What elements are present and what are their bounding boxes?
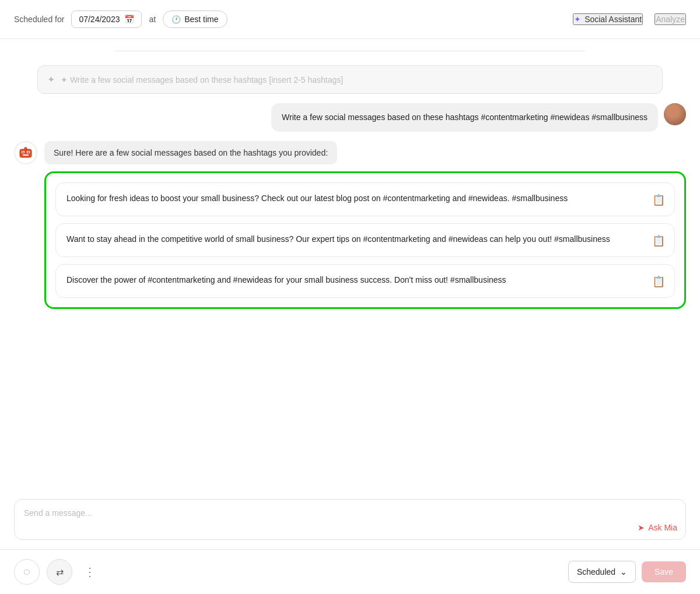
ask-mia-button[interactable]: ➤ Ask Mia	[638, 523, 677, 532]
copy-icon-2[interactable]: 📋	[652, 234, 665, 247]
sparkle-icon: ✦	[574, 15, 581, 24]
scheduled-label: Scheduled	[577, 567, 615, 577]
more-options-button[interactable]: ⋮	[79, 563, 100, 581]
prompt-input-area[interactable]: ✦ ✦ Write a few social messages based on…	[37, 65, 663, 94]
ask-mia-label: Ask Mia	[648, 523, 677, 532]
svg-rect-0	[20, 149, 32, 157]
message-card-1[interactable]: Looking for fresh ideas to boost your sm…	[55, 182, 675, 216]
send-icon: ➤	[638, 523, 645, 532]
message-input-placeholder: Send a message...	[24, 508, 92, 518]
top-bar: Scheduled for 07/24/2023 📅 at 🕐 Best tim…	[0, 0, 700, 39]
ai-message-content: Sure! Here are a few social messages bas…	[44, 141, 686, 309]
message-card-3[interactable]: Discover the power of #contentmarketing …	[55, 264, 675, 298]
date-picker[interactable]: 07/24/2023 📅	[71, 10, 142, 28]
analyze-button[interactable]: Analyze	[654, 13, 686, 25]
chevron-down-icon: ⌄	[620, 567, 627, 577]
copy-icon-3[interactable]: 📋	[652, 275, 665, 288]
top-bar-right: ✦ Social Assistant Analyze	[573, 13, 686, 25]
ai-intro-text: Sure! Here are a few social messages bas…	[44, 141, 337, 164]
user-message-text: Write a few social messages based on the…	[282, 113, 648, 122]
best-time-button[interactable]: 🕐 Best time	[163, 10, 227, 28]
date-value: 07/24/2023	[79, 15, 120, 24]
svg-rect-4	[24, 147, 27, 150]
copy-icon-1[interactable]: 📋	[652, 194, 665, 206]
user-message-bubble: Write a few social messages based on the…	[271, 103, 658, 132]
message-input-wrapper[interactable]: Send a message... ➤ Ask Mia	[14, 499, 686, 540]
ai-avatar	[14, 141, 37, 164]
shuffle-button[interactable]: ⇄	[47, 559, 72, 585]
best-time-label: Best time	[184, 15, 218, 24]
save-button[interactable]: Save	[642, 561, 686, 582]
profile-button[interactable]: ○	[14, 559, 40, 585]
user-avatar-image	[664, 103, 686, 125]
social-assistant-label: Social Assistant	[584, 15, 642, 24]
divider	[115, 51, 585, 51]
bottom-bar-right: Scheduled ⌄ Save	[568, 561, 686, 583]
scheduled-dropdown[interactable]: Scheduled ⌄	[568, 561, 636, 583]
svg-rect-3	[23, 154, 29, 156]
social-assistant-button[interactable]: ✦ Social Assistant	[573, 13, 643, 25]
clock-icon: 🕐	[172, 15, 181, 24]
scheduled-for-label: Scheduled for	[14, 15, 64, 24]
user-message-row: Write a few social messages based on the…	[14, 103, 686, 132]
bottom-bar: ○ ⇄ ⋮ Scheduled ⌄ Save	[0, 549, 700, 594]
svg-point-6	[27, 152, 29, 153]
message-card-2-text: Want to stay ahead in the competitive wo…	[66, 233, 645, 245]
at-label: at	[149, 15, 156, 24]
suggested-messages-box: Looking for fresh ideas to boost your sm…	[44, 171, 686, 309]
svg-point-5	[22, 152, 24, 153]
prompt-placeholder: ✦ Write a few social messages based on t…	[61, 75, 343, 85]
chat-area: ✦ ✦ Write a few social messages based on…	[0, 39, 700, 499]
message-card-3-text: Discover the power of #contentmarketing …	[66, 274, 645, 286]
calendar-icon: 📅	[124, 15, 134, 24]
shuffle-icon: ⇄	[56, 567, 64, 578]
main-content: ✦ ✦ Write a few social messages based on…	[0, 39, 700, 549]
profile-icon: ○	[23, 564, 30, 579]
ai-message-row: Sure! Here are a few social messages bas…	[14, 141, 686, 309]
message-card-2[interactable]: Want to stay ahead in the competitive wo…	[55, 223, 675, 257]
user-avatar	[664, 103, 686, 125]
ai-sparkle-icon: ✦	[47, 74, 55, 85]
message-card-1-text: Looking for fresh ideas to boost your sm…	[66, 192, 645, 205]
